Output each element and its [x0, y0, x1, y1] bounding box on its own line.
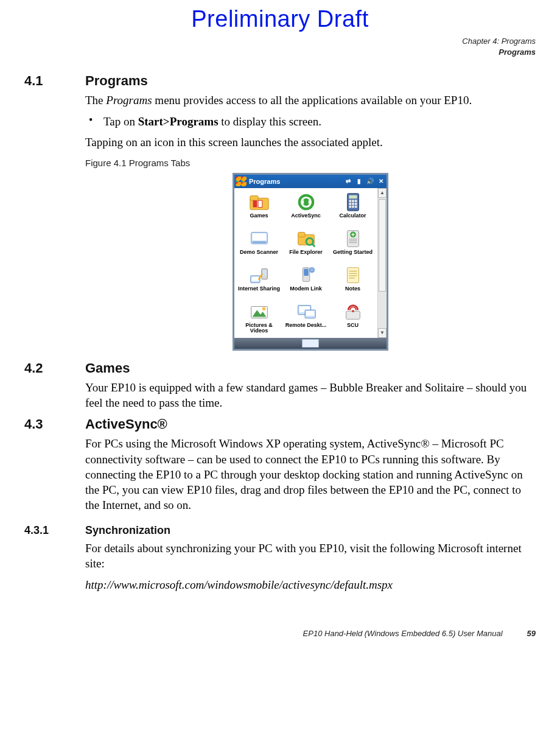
svg-rect-10: [352, 200, 354, 202]
svg-rect-17: [354, 206, 357, 208]
svg-rect-31: [251, 277, 258, 281]
tile-notes[interactable]: Notes: [329, 263, 376, 300]
section-title: ActiveSync®: [85, 416, 167, 432]
signal-icon[interactable]: ▮: [355, 177, 363, 186]
tile-label: File Explorer: [289, 250, 323, 262]
modem-link-icon: [295, 265, 318, 286]
tile-label: Demo Scanner: [240, 250, 278, 262]
section-4-3-heading: 4.3 ActiveSync®: [24, 416, 536, 432]
device-bottombar: [234, 338, 387, 349]
chapter-header: Chapter 4: Programs Programs: [24, 36, 536, 57]
tile-label: Games: [250, 213, 268, 225]
activesync-icon: [295, 192, 318, 212]
paragraph: For PCs using the Microsoft Windows XP o…: [85, 436, 536, 513]
scroll-thumb[interactable]: [379, 199, 386, 292]
text: Tap on: [103, 115, 138, 128]
section-4-3-1-heading: 4.3.1 Synchronization: [24, 524, 536, 537]
close-icon[interactable]: ✕: [377, 177, 385, 186]
window-title: Programs: [249, 177, 280, 186]
tile-activesync[interactable]: ActiveSync: [282, 190, 329, 226]
text-emphasis: Programs: [106, 94, 152, 107]
section-4-1-heading: 4.1 Programs: [24, 73, 536, 89]
svg-rect-22: [298, 232, 304, 237]
getting-started-icon: [341, 228, 365, 249]
programs-grid: Games ActiveSync Calculato: [234, 188, 377, 338]
connectivity-icon[interactable]: ⇄: [344, 177, 352, 186]
games-folder-icon: [248, 192, 271, 212]
svg-rect-12: [349, 203, 351, 205]
tile-label: Notes: [345, 286, 360, 298]
tile-modem-link[interactable]: Modem Link: [282, 263, 329, 300]
tile-pictures-videos[interactable]: Pictures & Videos: [236, 300, 282, 336]
start-flag-icon[interactable]: [236, 177, 247, 186]
svg-rect-38: [347, 267, 359, 282]
figure-caption: Figure 4.1 Programs Tabs: [85, 157, 536, 169]
tile-demo-scanner[interactable]: Demo Scanner: [236, 226, 282, 263]
svg-rect-35: [304, 268, 309, 275]
text: The: [85, 94, 106, 107]
tile-label: Internet Sharing: [238, 286, 280, 298]
svg-rect-16: [352, 206, 354, 208]
device-screenshot: Programs ⇄ ▮ 🔊 ✕ Games: [233, 173, 388, 351]
svg-rect-15: [349, 206, 351, 208]
tile-calculator[interactable]: Calculator: [329, 190, 376, 226]
svg-rect-13: [352, 203, 354, 205]
tile-label: Remote Deskt...: [285, 323, 327, 335]
svg-rect-11: [354, 200, 357, 202]
section-number: 4.1: [24, 73, 85, 89]
svg-rect-14: [354, 203, 357, 205]
section-number: 4.3.1: [24, 524, 85, 537]
tile-label: SCU: [347, 323, 359, 335]
page-number: 59: [527, 629, 536, 638]
svg-point-4: [298, 194, 314, 211]
tile-label: Modem Link: [290, 286, 322, 298]
tile-label: ActiveSync: [291, 213, 321, 225]
svg-rect-8: [349, 195, 357, 198]
scroll-track[interactable]: [378, 198, 387, 328]
svg-point-51: [352, 310, 354, 312]
demo-scanner-icon: [248, 228, 271, 249]
section-4-2-heading: 4.2 Games: [24, 360, 536, 376]
tile-getting-started[interactable]: Getting Started: [329, 226, 376, 263]
text-strong: Start>Programs: [138, 115, 219, 128]
page-footer: EP10 Hand-Held (Windows Embedded 6.5) Us…: [24, 629, 536, 638]
section-number: 4.3: [24, 416, 85, 432]
svg-rect-2: [253, 200, 257, 207]
scroll-down-icon[interactable]: ▼: [378, 328, 387, 338]
svg-rect-19: [252, 233, 266, 240]
list-item: Tap on Start>Programs to display this sc…: [85, 114, 536, 129]
scroll-up-icon[interactable]: ▲: [378, 188, 387, 198]
tile-label: Getting Started: [333, 250, 373, 262]
notes-icon: [341, 265, 365, 286]
section-title: Synchronization: [85, 524, 170, 537]
section-number: 4.2: [24, 360, 85, 376]
remote-desktop-icon: [295, 301, 318, 322]
tile-games[interactable]: Games: [236, 190, 282, 226]
tile-label: Calculator: [339, 213, 366, 225]
watermark: Preliminary Draft: [24, 6, 536, 32]
svg-point-37: [310, 268, 313, 271]
internet-sharing-icon: [248, 265, 271, 286]
chapter-line: Chapter 4: Programs: [24, 36, 536, 47]
svg-rect-33: [262, 270, 266, 276]
svg-point-36: [309, 267, 314, 272]
paragraph: For details about synchronizing your PC …: [85, 541, 536, 572]
svg-rect-1: [250, 195, 257, 200]
scu-icon: [341, 301, 365, 322]
volume-icon[interactable]: 🔊: [366, 177, 374, 186]
bullet-list: Tap on Start>Programs to display this sc…: [85, 114, 536, 129]
section-title: Programs: [85, 73, 148, 89]
svg-rect-9: [349, 200, 351, 202]
keyboard-icon[interactable]: [302, 339, 319, 348]
paragraph: Your EP10 is equipped with a few standar…: [85, 380, 536, 411]
tile-label: Pictures & Videos: [236, 323, 282, 335]
tile-scu[interactable]: SCU: [329, 300, 376, 336]
url-text: http://www.microsoft.com/windowsmobile/a…: [85, 577, 536, 592]
tile-remote-desktop[interactable]: Remote Deskt...: [282, 300, 329, 336]
svg-rect-20: [252, 242, 266, 243]
scrollbar[interactable]: ▲ ▼: [377, 188, 387, 338]
window-titlebar: Programs ⇄ ▮ 🔊 ✕: [234, 175, 387, 188]
figure: Programs ⇄ ▮ 🔊 ✕ Games: [85, 173, 536, 351]
tile-file-explorer[interactable]: File Explorer: [282, 226, 329, 263]
tile-internet-sharing[interactable]: Internet Sharing: [236, 263, 282, 300]
